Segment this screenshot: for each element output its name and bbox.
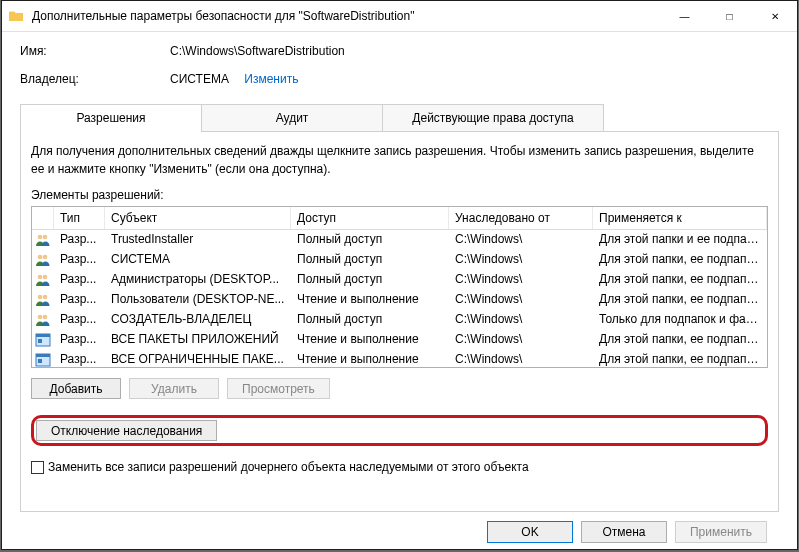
minimize-button[interactable]: — xyxy=(662,1,707,31)
cell-subject: Администраторы (DESKTOP... xyxy=(105,270,291,290)
table-row[interactable]: Разр...Администраторы (DESKTOP...Полный … xyxy=(32,270,767,290)
cell-subject: ВСЕ ПАКЕТЫ ПРИЛОЖЕНИЙ xyxy=(105,330,291,350)
package-icon xyxy=(32,330,54,350)
apply-button: Применить xyxy=(675,521,767,543)
cancel-button[interactable]: Отмена xyxy=(581,521,667,543)
table-row[interactable]: Разр...СОЗДАТЕЛЬ-ВЛАДЕЛЕЦПолный доступC:… xyxy=(32,310,767,330)
cell-access: Полный доступ xyxy=(291,310,449,330)
col-inherited[interactable]: Унаследовано от xyxy=(449,207,593,229)
cell-access: Полный доступ xyxy=(291,250,449,270)
svg-rect-12 xyxy=(38,339,42,343)
cell-inherited: C:\Windows\ xyxy=(449,290,593,310)
list-header: Тип Субъект Доступ Унаследовано от Приме… xyxy=(32,207,767,230)
users-icon xyxy=(32,250,54,270)
cell-applies: Для этой папки и ее подпап... xyxy=(593,230,767,250)
cell-access: Полный доступ xyxy=(291,230,449,250)
table-row[interactable]: Разр...TrustedInstallerПолный доступC:\W… xyxy=(32,230,767,250)
ok-button[interactable]: OK xyxy=(487,521,573,543)
cell-type: Разр... xyxy=(54,310,105,330)
svg-rect-11 xyxy=(36,334,50,337)
cell-type: Разр... xyxy=(54,250,105,270)
dialog-body: Имя: C:\Windows\SoftwareDistribution Вла… xyxy=(2,32,797,549)
replace-children-label: Заменить все записи разрешений дочернего… xyxy=(48,460,529,474)
security-dialog: Дополнительные параметры безопасности дл… xyxy=(1,0,798,550)
tab-pane: Для получения дополнительных сведений дв… xyxy=(20,132,779,512)
cell-applies: Для этой папки, ее подпапо... xyxy=(593,350,767,367)
svg-point-1 xyxy=(43,235,48,240)
col-type[interactable]: Тип xyxy=(54,207,105,229)
svg-point-3 xyxy=(43,255,48,260)
svg-rect-15 xyxy=(38,359,42,363)
cell-inherited: C:\Windows\ xyxy=(449,330,593,350)
name-label: Имя: xyxy=(20,44,170,58)
cell-type: Разр... xyxy=(54,350,105,367)
cell-subject: ВСЕ ОГРАНИЧЕННЫЕ ПАКЕ... xyxy=(105,350,291,367)
users-icon xyxy=(32,290,54,310)
view-button: Просмотреть xyxy=(227,378,330,399)
owner-label: Владелец: xyxy=(20,72,170,86)
svg-rect-14 xyxy=(36,354,50,357)
disable-inheritance-highlight: Отключение наследования xyxy=(31,415,768,446)
maximize-button[interactable]: □ xyxy=(707,1,752,31)
svg-point-7 xyxy=(43,295,48,300)
table-row[interactable]: Разр...ВСЕ ОГРАНИЧЕННЫЕ ПАКЕ...Чтение и … xyxy=(32,350,767,367)
cell-applies: Для этой папки, ее подпапо... xyxy=(593,250,767,270)
svg-point-2 xyxy=(38,255,43,260)
svg-point-0 xyxy=(38,235,43,240)
cell-applies: Только для подпапок и фай... xyxy=(593,310,767,330)
owner-text: СИСТЕМА xyxy=(170,72,229,86)
add-button[interactable]: Добавить xyxy=(31,378,121,399)
tab-effective-access[interactable]: Действующие права доступа xyxy=(382,104,604,132)
cell-access: Чтение и выполнение xyxy=(291,350,449,367)
svg-point-9 xyxy=(43,315,48,320)
close-button[interactable]: ✕ xyxy=(752,1,797,31)
cell-access: Полный доступ xyxy=(291,270,449,290)
cell-inherited: C:\Windows\ xyxy=(449,230,593,250)
users-icon xyxy=(32,270,54,290)
svg-point-5 xyxy=(43,275,48,280)
cell-access: Чтение и выполнение xyxy=(291,330,449,350)
cell-subject: СОЗДАТЕЛЬ-ВЛАДЕЛЕЦ xyxy=(105,310,291,330)
cell-type: Разр... xyxy=(54,230,105,250)
col-applies[interactable]: Применяется к xyxy=(593,207,767,229)
table-row[interactable]: Разр...Пользователи (DESKTOP-NE...Чтение… xyxy=(32,290,767,310)
cell-type: Разр... xyxy=(54,330,105,350)
cell-inherited: C:\Windows\ xyxy=(449,350,593,367)
cell-inherited: C:\Windows\ xyxy=(449,250,593,270)
table-row[interactable]: Разр...СИСТЕМАПолный доступC:\Windows\Дл… xyxy=(32,250,767,270)
remove-button: Удалить xyxy=(129,378,219,399)
cell-type: Разр... xyxy=(54,290,105,310)
cell-applies: Для этой папки, ее подпапо... xyxy=(593,270,767,290)
list-label: Элементы разрешений: xyxy=(31,188,768,202)
cell-applies: Для этой папки, ее подпапо... xyxy=(593,290,767,310)
users-icon xyxy=(32,310,54,330)
cell-inherited: C:\Windows\ xyxy=(449,270,593,290)
cell-subject: СИСТЕМА xyxy=(105,250,291,270)
change-owner-link[interactable]: Изменить xyxy=(244,72,298,86)
cell-subject: Пользователи (DESKTOP-NE... xyxy=(105,290,291,310)
svg-point-8 xyxy=(38,315,43,320)
titlebar: Дополнительные параметры безопасности дл… xyxy=(2,1,797,32)
svg-point-6 xyxy=(38,295,43,300)
cell-subject: TrustedInstaller xyxy=(105,230,291,250)
tab-permissions[interactable]: Разрешения xyxy=(20,104,202,132)
col-subject[interactable]: Субъект xyxy=(105,207,291,229)
cell-access: Чтение и выполнение xyxy=(291,290,449,310)
hint-text: Для получения дополнительных сведений дв… xyxy=(31,142,768,178)
name-value: C:\Windows\SoftwareDistribution xyxy=(170,44,345,58)
folder-icon xyxy=(8,8,24,24)
window-title: Дополнительные параметры безопасности дл… xyxy=(32,9,662,23)
users-icon xyxy=(32,230,54,250)
table-row[interactable]: Разр...ВСЕ ПАКЕТЫ ПРИЛОЖЕНИЙЧтение и вып… xyxy=(32,330,767,350)
col-access[interactable]: Доступ xyxy=(291,207,449,229)
replace-children-checkbox[interactable] xyxy=(31,461,44,474)
package-icon xyxy=(32,350,54,367)
tab-audit[interactable]: Аудит xyxy=(201,104,383,132)
disable-inheritance-button[interactable]: Отключение наследования xyxy=(36,420,217,441)
cell-inherited: C:\Windows\ xyxy=(449,310,593,330)
tabs: Разрешения Аудит Действующие права досту… xyxy=(20,104,779,132)
cell-type: Разр... xyxy=(54,270,105,290)
permission-list[interactable]: Тип Субъект Доступ Унаследовано от Приме… xyxy=(31,206,768,368)
owner-value: СИСТЕМА Изменить xyxy=(170,72,298,86)
svg-point-4 xyxy=(38,275,43,280)
